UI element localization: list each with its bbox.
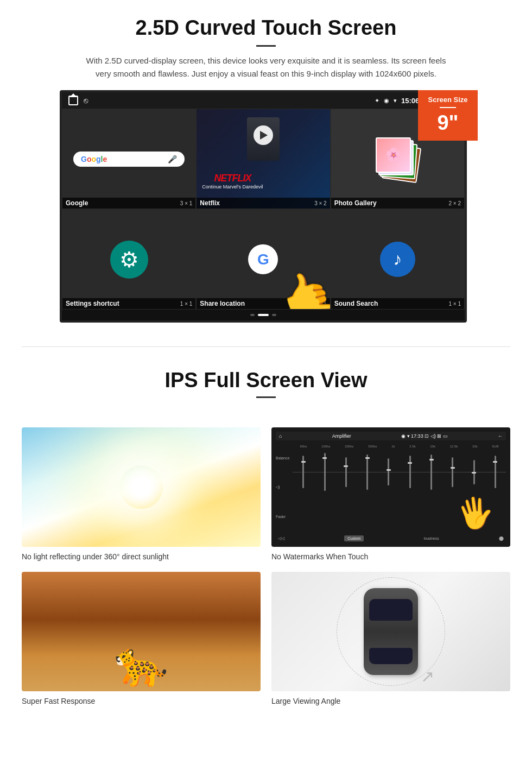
- amp-balance-label: Balance: [276, 456, 289, 460]
- netflix-app-name: Netflix: [200, 199, 220, 207]
- settings-app-name: Settings shortcut: [66, 300, 119, 307]
- google-logo: Google: [81, 155, 107, 163]
- feature-item-cheetah: 🐆 Super Fast Response: [22, 572, 261, 705]
- feature-image-grid: No light reflecting under 360° direct su…: [0, 417, 532, 716]
- eq-bar-10[interactable]: [495, 456, 496, 488]
- netflix-label: Netflix 3 × 2: [197, 198, 330, 209]
- netflix-play-button[interactable]: [254, 125, 273, 145]
- sound-label: Sound Search 1 × 1: [331, 298, 464, 309]
- hand-pointing-icon: 🤙: [274, 261, 331, 310]
- cheetah-image-box: 🐆: [22, 572, 261, 691]
- netflix-logo-text: NETFLIX: [214, 173, 251, 184]
- app-grid-row2: Settings shortcut 1 × 1 G 🤙 Share locati…: [62, 209, 465, 310]
- section1-description: With 2.5D curved-display screen, this de…: [81, 54, 451, 80]
- google-app-size: 3 × 1: [180, 200, 193, 206]
- amp-title: Amplifier: [332, 433, 351, 439]
- title-divider: [256, 45, 276, 47]
- play-triangle-icon: [260, 131, 268, 140]
- eq-bar-9[interactable]: [473, 460, 475, 484]
- car-direction-arrow: ↗: [421, 667, 434, 686]
- sunlight-background: [22, 427, 261, 547]
- amp-home-icon: ⌂: [279, 433, 282, 439]
- maps-app-name: Share location: [200, 300, 245, 307]
- bluetooth-icon: ✦: [375, 97, 379, 104]
- android-screen: ⎋ ✦ ◉ ▾ 15:06 ⊡ ◁) ⊠ ▭: [60, 90, 467, 323]
- freq-12k5: 12.5k: [450, 445, 458, 448]
- cheetah-background: 🐆: [22, 572, 261, 691]
- netflix-logo-overlay: NETFLIX Continue Marvel's Daredevil: [202, 173, 263, 190]
- device-wrapper: Screen Size 9" ⎋ ✦ ◉ ▾ 15:06 ⊡ ◁) ⊠: [60, 90, 472, 323]
- amp-content: Balance ◁) Fader 60hz 100hz 200hz 500hz …: [276, 443, 506, 532]
- wifi-icon: ▾: [394, 97, 397, 104]
- app-cell-google[interactable]: Google 🎤 Google 3 × 1: [62, 109, 196, 209]
- netflix-background: [197, 109, 330, 209]
- eq-bar-2[interactable]: [324, 453, 326, 491]
- maps-g-icon: G: [248, 244, 278, 274]
- sunlight-image-box: [22, 427, 261, 547]
- car-graphic: ↗: [364, 588, 418, 675]
- sunlight-caption: No light reflecting under 360° direct su…: [22, 552, 261, 561]
- app-grid-row1: Google 🎤 Google 3 × 1: [62, 109, 465, 209]
- eq-bar-6[interactable]: [409, 456, 411, 488]
- eq-bar-4[interactable]: [366, 455, 368, 490]
- car-view-background: ↗: [271, 572, 510, 691]
- amp-sliders: .eq-bar { width:3px; background:#777; bo…: [293, 450, 506, 494]
- amplifier-screen-graphic: ⌂ Amplifier ◉ ▾ 17:33 ⊡ ◁) ⊠ ▭ ← Balance…: [271, 427, 510, 547]
- section-ips-fullscreen: IPS Full Screen View: [0, 363, 532, 417]
- amplifier-caption: No Watermarks When Touch: [271, 552, 510, 561]
- app-cell-maps[interactable]: G 🤙 Share location 1 × 1: [196, 209, 330, 310]
- car-windshield-rear: [369, 648, 413, 664]
- app-cell-netflix[interactable]: NETFLIX Continue Marvel's Daredevil Netf…: [196, 109, 330, 209]
- dot-3: [272, 314, 276, 316]
- car-body-shape: [364, 588, 418, 675]
- freq-sub: SUB: [492, 445, 498, 448]
- section-curved-touch: 2.5D Curved Touch Screen With 2.5D curve…: [0, 0, 532, 330]
- location-icon: ◉: [384, 97, 389, 104]
- section2-title: IPS Full Screen View: [33, 369, 499, 392]
- dot-2-active: [258, 314, 269, 316]
- eq-bar-3[interactable]: [345, 457, 347, 487]
- amp-loudness-label: loudness: [424, 537, 439, 540]
- section-divider-line: [22, 346, 510, 347]
- badge-size: 9": [422, 112, 473, 133]
- home-icon[interactable]: [68, 96, 78, 105]
- app-cell-sound[interactable]: ♪ Sound Search 1 × 1: [331, 209, 465, 310]
- usb-icon: ⎋: [84, 96, 88, 105]
- amp-toggle[interactable]: ⬤: [499, 536, 504, 541]
- amp-custom-button[interactable]: Custom: [344, 535, 364, 541]
- hand-on-screen-icon: 🖐: [454, 493, 497, 534]
- screen-size-badge: Screen Size 9": [418, 90, 478, 141]
- freq-500hz: 500hz: [368, 445, 377, 448]
- photo-stack: 🌸: [376, 137, 419, 181]
- google-label: Google 3 × 1: [62, 198, 195, 209]
- feature-item-sunlight: No light reflecting under 360° direct su…: [22, 427, 261, 561]
- eq-bar-1[interactable]: [302, 456, 304, 488]
- freq-1k: 1k: [391, 445, 395, 448]
- netflix-subtitle: Continue Marvel's Daredevil: [202, 184, 263, 190]
- car-image-box: ↗: [271, 572, 510, 691]
- eq-bar-8[interactable]: [452, 457, 453, 487]
- amp-fader-label: Fader: [276, 515, 289, 519]
- amp-footer: ◁◁ Custom loudness ⬤: [276, 534, 506, 542]
- car-caption: Large Viewing Angle: [271, 697, 510, 705]
- app-cell-settings[interactable]: Settings shortcut 1 × 1: [62, 209, 196, 310]
- amplifier-image-box: ⌂ Amplifier ◉ ▾ 17:33 ⊡ ◁) ⊠ ▭ ← Balance…: [271, 427, 510, 547]
- settings-label: Settings shortcut 1 × 1: [62, 298, 195, 309]
- section2-title-divider: [256, 396, 276, 398]
- feature-item-amplifier: ⌂ Amplifier ◉ ▾ 17:33 ⊡ ◁) ⊠ ▭ ← Balance…: [271, 427, 510, 561]
- netflix-app-size: 3 × 2: [314, 200, 327, 206]
- cheetah-emoji: 🐆: [114, 642, 168, 686]
- sound-app-size: 1 × 1: [448, 301, 461, 307]
- freq-60hz: 60hz: [300, 445, 307, 448]
- time-display: 15:06: [401, 97, 419, 105]
- dot-1: [250, 314, 255, 316]
- music-note-icon: ♪: [380, 242, 415, 277]
- amp-time: ◉ ▾ 17:33 ⊡ ◁) ⊠ ▭: [401, 433, 448, 439]
- freq-10k: 10k: [430, 445, 435, 448]
- photos-app-size: 2 × 2: [448, 200, 461, 206]
- google-search-bar[interactable]: Google 🎤: [73, 152, 185, 167]
- eq-bar-7[interactable]: [430, 455, 432, 490]
- amp-freq-labels: 60hz 100hz 200hz 500hz 1k 2.5k 10k 12.5k…: [293, 445, 506, 448]
- freq-15k: 15k: [472, 445, 478, 448]
- mic-icon[interactable]: 🎤: [168, 155, 177, 163]
